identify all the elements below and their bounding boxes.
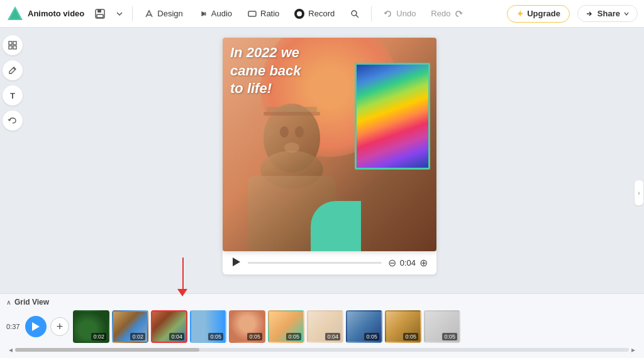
timeline-play-button[interactable] bbox=[25, 316, 47, 337]
clip-duration: 0:05 bbox=[247, 333, 262, 340]
canvas-text-line2: came back bbox=[230, 63, 301, 79]
clip-thumb[interactable]: 0:02 bbox=[73, 310, 109, 343]
animoto-logo-icon bbox=[6, 5, 24, 23]
svg-rect-3 bbox=[97, 9, 101, 13]
svg-point-17 bbox=[280, 126, 289, 138]
chevron-down-icon bbox=[116, 10, 123, 18]
play-icon bbox=[233, 258, 240, 266]
share-icon bbox=[586, 9, 594, 18]
timeline-play-icon bbox=[32, 322, 40, 331]
undo-button[interactable]: Undo bbox=[377, 5, 422, 23]
add-clip-button[interactable]: + bbox=[50, 317, 69, 336]
svg-point-19 bbox=[284, 143, 299, 153]
clip-thumb[interactable]: 0:05 bbox=[346, 310, 382, 343]
clip-thumb[interactable]: 0:05 bbox=[190, 310, 226, 343]
record-dot-icon bbox=[294, 9, 304, 19]
star-icon: ✦ bbox=[516, 9, 524, 19]
svg-rect-6 bbox=[248, 11, 256, 16]
clip-thumb-active[interactable]: 0:04 bbox=[151, 310, 187, 343]
svg-marker-23 bbox=[32, 322, 40, 331]
clip-duration: 0:04 bbox=[169, 333, 184, 340]
toolbar: Animoto video Design Audio bbox=[0, 0, 644, 28]
record-button[interactable]: Record bbox=[288, 5, 341, 23]
design-label: Design bbox=[157, 9, 182, 18]
clip-thumb[interactable]: 0:05 bbox=[268, 310, 304, 343]
right-panel-toggle-button[interactable]: › bbox=[635, 180, 643, 205]
dropper-tool-button[interactable] bbox=[3, 60, 23, 80]
clip-duration: 0:05 bbox=[403, 333, 418, 340]
divider-2 bbox=[371, 6, 372, 21]
canvas-background: In 2022 we came back to life! bbox=[223, 38, 436, 251]
scroll-left-button[interactable]: ◂ bbox=[6, 344, 15, 355]
clip-thumb[interactable]: 0:05 bbox=[424, 310, 460, 343]
clip-duration: 0:05 bbox=[442, 333, 457, 340]
audio-label: Audio bbox=[211, 9, 232, 18]
svg-rect-11 bbox=[9, 46, 12, 49]
add-icon: + bbox=[57, 320, 64, 334]
canvas-text-overlay: In 2022 we came back to life! bbox=[230, 44, 301, 98]
timeline-time: 0:37 bbox=[6, 323, 21, 330]
canvas[interactable]: In 2022 we came back to life! bbox=[223, 38, 436, 251]
share-label: Share bbox=[597, 9, 620, 18]
svg-rect-10 bbox=[13, 41, 16, 45]
clip-thumb[interactable]: 0:04 bbox=[307, 310, 343, 343]
save-icon bbox=[94, 8, 106, 19]
text-tool-button[interactable]: T bbox=[3, 85, 23, 106]
clip-duration: 0:05 bbox=[364, 333, 379, 340]
audio-icon bbox=[198, 9, 208, 19]
svg-line-8 bbox=[356, 15, 358, 18]
svg-rect-9 bbox=[9, 41, 12, 45]
save-button[interactable] bbox=[91, 6, 109, 22]
play-pause-button[interactable] bbox=[231, 256, 242, 269]
clip-thumb[interactable]: 0:05 bbox=[385, 310, 421, 343]
svg-marker-22 bbox=[233, 258, 240, 266]
share-button[interactable]: Share bbox=[577, 5, 638, 22]
search-button[interactable] bbox=[343, 5, 366, 23]
redo-button[interactable]: Redo bbox=[425, 5, 470, 23]
scroll-right-button[interactable]: ▸ bbox=[629, 344, 638, 355]
playback-track[interactable] bbox=[248, 262, 382, 264]
record-label: Record bbox=[308, 9, 335, 18]
clip-duration: 0:05 bbox=[286, 333, 301, 340]
redo-icon bbox=[453, 9, 464, 19]
svg-rect-12 bbox=[13, 46, 16, 49]
design-button[interactable]: Design bbox=[138, 5, 189, 23]
redo-label: Redo bbox=[431, 9, 450, 18]
upgrade-button[interactable]: ✦ Upgrade bbox=[507, 5, 570, 23]
grid-icon bbox=[8, 40, 18, 50]
ratio-label: Ratio bbox=[260, 9, 279, 18]
timeline-row: 0:37 + 0:02 0:02 0:04 bbox=[6, 310, 638, 343]
rotate-tool-button[interactable] bbox=[3, 111, 23, 131]
clips-scroll-container: 0:02 0:02 0:04 0:05 0:05 0:05 bbox=[73, 310, 638, 343]
time-decrease-button[interactable]: ⊖ bbox=[388, 257, 396, 269]
playback-bar: ⊖ 0:04 ⊕ bbox=[223, 251, 436, 274]
svg-rect-4 bbox=[97, 14, 103, 18]
playback-time-display: ⊖ 0:04 ⊕ bbox=[388, 257, 428, 269]
canvas-text-line1: In 2022 we bbox=[230, 45, 299, 60]
divider-1 bbox=[132, 6, 133, 21]
grid-tool-button[interactable] bbox=[3, 35, 23, 55]
brand-label: Animoto video bbox=[28, 9, 84, 18]
save-dropdown-button[interactable] bbox=[112, 8, 127, 20]
scroll-bar-track[interactable] bbox=[15, 348, 629, 352]
inner-image-frame bbox=[355, 63, 430, 170]
ratio-icon bbox=[247, 9, 257, 19]
design-icon bbox=[144, 9, 154, 19]
bottom-panel: ∧ Grid View 0:37 + 0:02 0:02 bbox=[0, 293, 644, 358]
audio-button[interactable]: Audio bbox=[192, 5, 238, 23]
clip-thumb[interactable]: 0:02 bbox=[112, 310, 148, 343]
undo-icon bbox=[383, 9, 393, 19]
svg-point-7 bbox=[352, 11, 357, 16]
collapse-icon[interactable]: ∧ bbox=[6, 299, 11, 306]
green-decoration bbox=[311, 201, 361, 251]
grid-view-header: ∧ Grid View bbox=[6, 298, 638, 306]
clip-duration: 0:02 bbox=[91, 333, 106, 340]
ratio-button[interactable]: Ratio bbox=[241, 5, 286, 23]
playback-time-value: 0:04 bbox=[400, 258, 416, 268]
clip-duration: 0:02 bbox=[130, 333, 145, 340]
rotate-icon bbox=[8, 116, 18, 126]
svg-rect-20 bbox=[267, 107, 317, 112]
time-increase-button[interactable]: ⊕ bbox=[419, 257, 428, 269]
inner-image-content bbox=[357, 65, 428, 168]
clip-thumb[interactable]: 0:05 bbox=[229, 310, 265, 343]
